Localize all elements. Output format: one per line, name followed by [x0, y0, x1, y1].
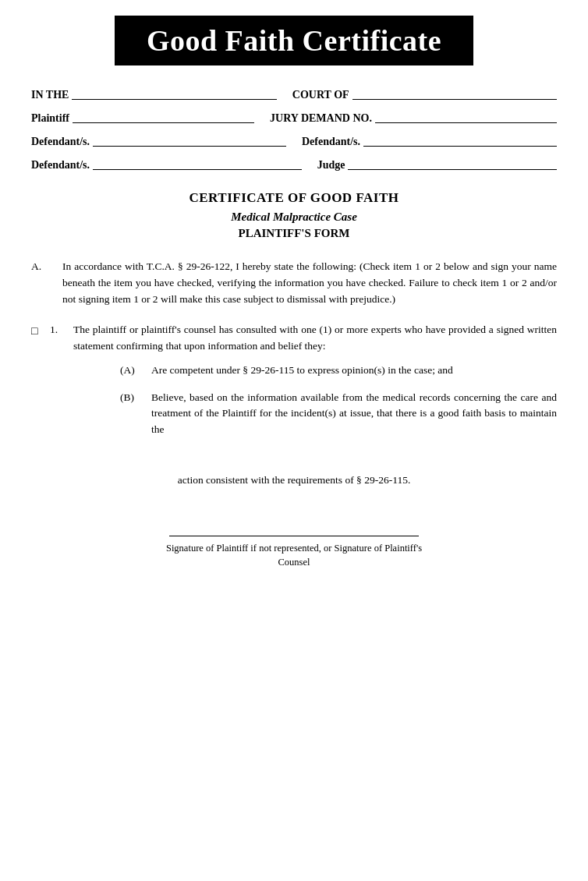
certificate-form-label: PLAINTIFF'S FORM — [31, 227, 557, 240]
item-1-body: The plaintiff or plaintiff's counsel has… — [73, 324, 557, 352]
in-the-label: IN THE — [31, 89, 69, 101]
court-row-1: IN THE COURT OF — [31, 89, 557, 101]
defendant-2-line — [363, 146, 557, 147]
sub-item-b: (B) Believe, based on the information av… — [120, 390, 557, 439]
signature-line — [169, 536, 419, 536]
jury-demand-label: JURY DEMAND NO. — [270, 112, 372, 125]
certificate-heading: CERTIFICATE OF GOOD FAITH Medical Malpra… — [31, 190, 557, 240]
title-banner: Good Faith Certificate — [115, 16, 473, 65]
sub-item-a: (A) Are competent under § 29-26-115 to e… — [120, 363, 557, 379]
item-1-number: 1. — [50, 322, 73, 450]
signature-section: Signature of Plaintiff if not represente… — [31, 536, 557, 569]
judge-line — [348, 169, 557, 170]
court-row-3: Defendant/s. Defendant/s. — [31, 136, 557, 148]
sub-a-text: Are competent under § 29-26-115 to expre… — [151, 363, 557, 379]
paragraph-a: A. In accordance with T.C.A. § 29-26-122… — [31, 259, 557, 308]
jury-demand-line — [375, 122, 557, 123]
item-1-row: □ 1. The plaintiff or plaintiff's counse… — [31, 322, 557, 450]
sub-b-label: (B) — [120, 390, 151, 439]
sub-b-text: Believe, based on the information availa… — [151, 390, 557, 439]
defendant-3-label: Defendant/s. — [31, 159, 90, 172]
continuation-text: action consistent with the requirements … — [31, 472, 557, 489]
body-section: A. In accordance with T.C.A. § 29-26-122… — [31, 259, 557, 449]
court-of-label: COURT OF — [292, 89, 349, 101]
certificate-title: CERTIFICATE OF GOOD FAITH — [31, 190, 557, 206]
item-1-checkbox[interactable]: □ — [31, 322, 50, 450]
in-the-line — [72, 99, 276, 100]
defendant-2-label: Defendant/s. — [302, 136, 360, 148]
item-1-text: The plaintiff or plaintiff's counsel has… — [73, 322, 557, 450]
defendant-3-line — [93, 169, 302, 170]
sub-a-label: (A) — [120, 363, 151, 379]
court-row-2: Plaintiff JURY DEMAND NO. — [31, 112, 557, 125]
judge-label: Judge — [317, 159, 345, 172]
defendant-1-line — [93, 146, 286, 147]
signature-label: Signature of Plaintiff if not represente… — [161, 541, 427, 569]
paragraph-a-text: In accordance with T.C.A. § 29-26-122, I… — [62, 259, 557, 308]
defendant-1-label: Defendant/s. — [31, 136, 90, 148]
court-row-4: Defendant/s. Judge — [31, 159, 557, 172]
court-info-section: IN THE COURT OF Plaintiff JURY DEMAND NO… — [31, 89, 557, 172]
continuation-body: action consistent with the requirements … — [178, 474, 411, 486]
page: Good Faith Certificate IN THE COURT OF P… — [0, 0, 588, 881]
plaintiff-line — [73, 122, 254, 123]
plaintiff-label: Plaintiff — [31, 112, 69, 125]
court-of-line — [352, 99, 557, 100]
sub-items: (A) Are competent under § 29-26-115 to e… — [120, 363, 557, 439]
title-text: Good Faith Certificate — [147, 24, 441, 57]
paragraph-a-letter: A. — [31, 259, 62, 308]
certificate-subtitle: Medical Malpractice Case — [31, 211, 557, 224]
